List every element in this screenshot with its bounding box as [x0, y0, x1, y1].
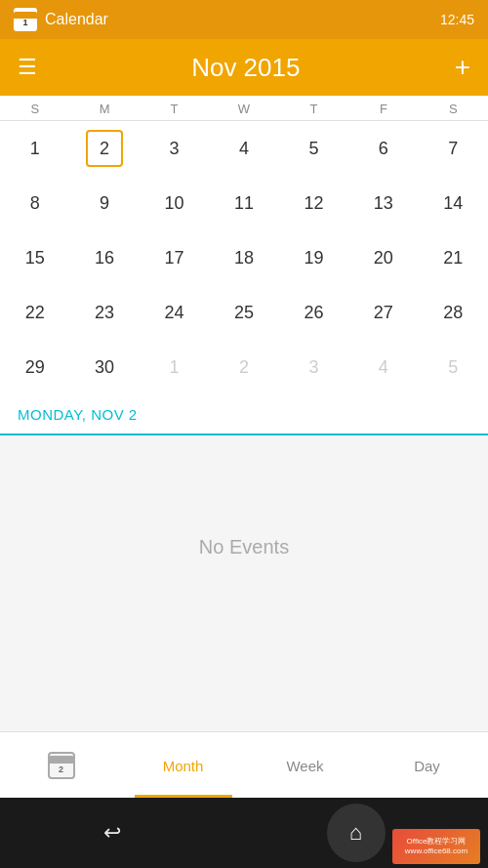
- calendar-day-nov24[interactable]: 24: [140, 285, 209, 340]
- calendar-day-nov26[interactable]: 26: [279, 285, 348, 340]
- calendar-day-nov8[interactable]: 8: [0, 176, 69, 230]
- calendar-day-nov12[interactable]: 12: [279, 176, 348, 230]
- app-icon: 1: [14, 8, 37, 31]
- calendar-day-nov5[interactable]: 5: [279, 121, 348, 176]
- calendar-day-nov23[interactable]: 23: [69, 285, 139, 340]
- calendar-day-dec3[interactable]: 3: [279, 340, 348, 394]
- calendar-day-nov10[interactable]: 10: [140, 176, 209, 230]
- day-header-wed: W: [209, 102, 278, 116]
- tab-month[interactable]: Month: [122, 732, 244, 798]
- events-area: No Events: [0, 435, 488, 658]
- calendar-day-nov15[interactable]: 15: [0, 230, 69, 285]
- calendar-day-nov4[interactable]: 4: [209, 121, 278, 176]
- day-header-sat: S: [419, 102, 488, 116]
- status-bar-left: 1 Calendar: [14, 8, 108, 31]
- selected-date-bar: MONDAY, NOV 2: [0, 394, 488, 435]
- home-icon: ⌂: [349, 820, 362, 846]
- app-title: Calendar: [45, 11, 108, 28]
- calendar-day-nov1[interactable]: 1: [0, 121, 69, 176]
- header: ☰ Nov 2015 +: [0, 39, 488, 96]
- selected-date-label: MONDAY, NOV 2: [18, 406, 138, 423]
- day-headers: S M T W T F S: [0, 96, 488, 121]
- day-header-sun: S: [0, 102, 69, 116]
- bottom-navigation: ↩ ⌂ Office教程学习网www.office68.com: [0, 798, 488, 868]
- menu-icon[interactable]: ☰: [18, 55, 37, 80]
- calendar-day-nov29[interactable]: 29: [0, 340, 69, 394]
- calendar-day-nov28[interactable]: 28: [419, 285, 488, 340]
- watermark: Office教程学习网www.office68.com: [392, 829, 480, 864]
- calendar-day-nov20[interactable]: 20: [348, 230, 418, 285]
- no-events-label: No Events: [199, 536, 289, 558]
- watermark-text: Office教程学习网www.office68.com: [405, 837, 468, 857]
- add-event-icon[interactable]: +: [455, 54, 470, 81]
- status-bar: 1 Calendar 12:45: [0, 0, 488, 39]
- calendar-day-nov19[interactable]: 19: [279, 230, 348, 285]
- calendar-day-nov2[interactable]: 2: [69, 121, 139, 176]
- calendar-day-dec4[interactable]: 4: [348, 340, 418, 394]
- calendar-day-nov7[interactable]: 7: [419, 121, 488, 176]
- tab-day[interactable]: Day: [366, 732, 488, 798]
- calendar-day-nov30[interactable]: 30: [69, 340, 139, 394]
- tab-bar: 2 Month Week Day: [0, 731, 488, 798]
- tab-day-label: Day: [414, 758, 440, 774]
- home-button[interactable]: ⌂: [327, 804, 386, 862]
- header-title: Nov 2015: [191, 53, 300, 83]
- day-header-fri: F: [348, 102, 418, 116]
- tab-calendar[interactable]: 2: [0, 732, 122, 798]
- calendar-day-nov17[interactable]: 17: [140, 230, 209, 285]
- status-bar-right: 12:45: [440, 12, 474, 27]
- calendar-day-nov6[interactable]: 6: [348, 121, 418, 176]
- calendar-day-dec5[interactable]: 5: [419, 340, 488, 394]
- calendar-grid: 1 2 3 4 5 6 7 8 9 10 11 12 13 14 15 16 1…: [0, 121, 488, 394]
- calendar-day-nov22[interactable]: 22: [0, 285, 69, 340]
- day-header-mon: M: [69, 102, 139, 116]
- day-header-tue: T: [140, 102, 209, 116]
- tab-cal-date: 2: [59, 765, 63, 774]
- calendar-day-nov25[interactable]: 25: [209, 285, 278, 340]
- calendar-day-nov16[interactable]: 16: [69, 230, 139, 285]
- calendar-day-nov21[interactable]: 21: [419, 230, 488, 285]
- calendar-day-dec1[interactable]: 1: [140, 340, 209, 394]
- calendar-day-nov18[interactable]: 18: [209, 230, 278, 285]
- calendar-day-nov14[interactable]: 14: [419, 176, 488, 230]
- tab-cal-top: [50, 756, 73, 764]
- tab-week[interactable]: Week: [244, 732, 366, 798]
- calendar-day-nov11[interactable]: 11: [209, 176, 278, 230]
- watermark-image: Office教程学习网www.office68.com: [392, 829, 480, 864]
- tab-month-label: Month: [163, 758, 204, 774]
- calendar-day-nov3[interactable]: 3: [140, 121, 209, 176]
- back-button[interactable]: ↩: [103, 820, 121, 846]
- calendar-day-nov9[interactable]: 9: [69, 176, 139, 230]
- day-header-thu: T: [279, 102, 348, 116]
- tab-calendar-icon: 2: [48, 752, 75, 779]
- calendar-day-nov13[interactable]: 13: [348, 176, 418, 230]
- battery-indicator: 12:45: [440, 12, 474, 27]
- tab-week-label: Week: [286, 758, 323, 774]
- calendar-day-dec2[interactable]: 2: [209, 340, 278, 394]
- calendar-container: S M T W T F S 1 2 3 4 5 6 7 8 9 10 11 12…: [0, 96, 488, 394]
- calendar-day-nov27[interactable]: 27: [348, 285, 418, 340]
- app-icon-date: 1: [22, 19, 27, 27]
